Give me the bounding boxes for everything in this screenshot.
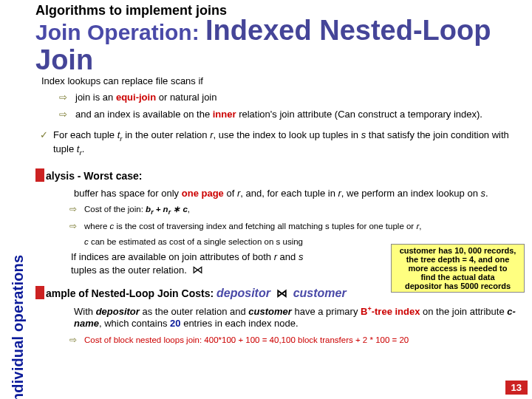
bullet-for-each-tuple: For each tuple tr in the outer relation …	[53, 129, 528, 157]
txt: join is an	[75, 92, 116, 103]
txt: customer has 10, 000 records,	[400, 246, 516, 255]
txt: buffer has space for only	[74, 188, 182, 199]
bullet-where-c: where c is the cost of traversing index …	[84, 221, 528, 231]
txt: alysis - Worst case:	[46, 170, 142, 182]
txt: + n	[154, 205, 168, 214]
marker-icon	[35, 286, 44, 299]
txt: and an index is available on the	[75, 109, 213, 120]
bullet-equijoin: join is an equi-join or natural join	[75, 92, 528, 103]
annotation-box: customer has 10, 000 records, the tree d…	[391, 244, 525, 293]
bullet-inner-index: and an index is available on the inner r…	[75, 109, 528, 120]
slide-body: Index lookups can replace file scans if …	[38, 75, 528, 399]
txt: depositor	[216, 287, 270, 299]
join-symbol-icon: ⋈	[276, 287, 287, 299]
txt: ample of Nested-Loop Join Costs:	[46, 287, 214, 299]
heading-analysis: alysis - Worst case:	[35, 168, 528, 183]
txt: With	[74, 306, 96, 317]
title-prefix: Join Operation:	[35, 20, 200, 44]
txt: ∗ c	[171, 205, 188, 214]
bullet-with-depositor: With depositor as the outer relation and…	[74, 305, 528, 330]
bullet-buffer: buffer has space for only one page of r,…	[74, 188, 528, 200]
txt: relation's join attribute (Can construct…	[236, 109, 482, 120]
txt: in the outer relation	[123, 129, 211, 140]
txt: .	[82, 143, 85, 154]
txt: as the outer relation and	[140, 306, 248, 317]
txt: .	[485, 188, 488, 199]
txt: is the cost of traversing index and fetc…	[114, 222, 416, 231]
txt: more access is needed to	[409, 264, 508, 273]
txt: inner	[213, 109, 236, 120]
txt: on the join attribute	[420, 306, 507, 317]
txt: Cost of the join:	[84, 205, 146, 214]
join-symbol-icon: ⋈	[192, 264, 203, 276]
txt: one page	[182, 188, 224, 199]
txt: customer	[248, 306, 292, 317]
txt: and	[277, 251, 299, 262]
bullet-cost-join: Cost of the join: br + nr ∗ c,	[84, 204, 528, 216]
txt: For each tuple	[53, 129, 117, 140]
txt: customer	[293, 287, 347, 299]
txt: of	[224, 188, 237, 199]
txt: s	[299, 251, 304, 262]
txt: , use the index to look up tuples in	[213, 129, 361, 140]
sidebar-title: Algorithms for individual operations	[10, 255, 27, 399]
bullet-index-lookups: Index lookups can replace file scans if	[41, 75, 528, 87]
txt: have a primary	[292, 306, 361, 317]
txt: 20	[170, 318, 180, 329]
txt: find the actual data	[420, 273, 494, 282]
txt: the tree depth = 4, and one	[406, 255, 510, 264]
txt: If indices are available on join attribu…	[71, 251, 274, 262]
txt: equi-join	[116, 92, 156, 103]
txt: or natural join	[156, 92, 216, 103]
txt: B	[361, 306, 367, 317]
bullet-cost-cut: Cost of block nested loops join: 400*100…	[84, 335, 528, 345]
txt: ,	[188, 205, 190, 214]
txt: , and, for each tuple in	[240, 188, 338, 199]
txt: -tree index	[372, 306, 420, 317]
txt: tuples as the outer relation.	[71, 265, 187, 276]
marker-icon	[35, 168, 44, 182]
txt: , which contains	[99, 318, 170, 329]
txt: ,	[419, 222, 421, 231]
txt: can be estimated as cost of a single sel…	[89, 237, 303, 246]
slide-number: 13	[505, 381, 528, 395]
slide-title: Join Operation: Indexed Nested-Loop Join	[35, 16, 529, 75]
txt: , we perform an index lookup on	[341, 188, 481, 199]
txt: depositor has 5000 records	[405, 282, 511, 290]
txt: depositor	[96, 306, 140, 317]
txt: where	[84, 222, 110, 231]
txt: entries in each index node.	[181, 318, 299, 329]
sidebar-stripe: Algorithms for individual operations	[0, 0, 35, 399]
